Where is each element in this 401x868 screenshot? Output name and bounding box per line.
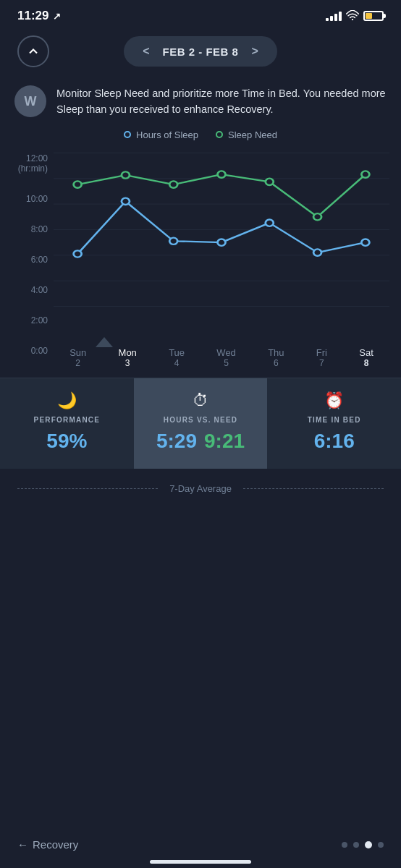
y-label-2: 2:00 — [12, 315, 54, 326]
svg-point-17 — [169, 238, 177, 244]
seven-day-section: 7-Day Average — [0, 469, 401, 509]
home-indicator — [150, 860, 251, 864]
divider-left — [17, 488, 158, 489]
need-legend-label: Sleep Need — [228, 129, 277, 140]
sleep-chart: Hours of Sleep Sleep Need 12:00 (hr:min)… — [0, 129, 401, 378]
svg-point-21 — [361, 239, 369, 245]
y-label-0: 0:00 — [12, 346, 54, 356]
legend-sleep: Hours of Sleep — [124, 129, 198, 140]
date-8: 8 — [364, 358, 369, 368]
svg-point-20 — [313, 249, 321, 255]
date-3: 3 — [125, 358, 130, 368]
recovery-back-link[interactable]: ← Recovery — [17, 838, 78, 851]
svg-point-0 — [352, 18, 353, 20]
svg-point-11 — [217, 171, 225, 177]
y-axis: 12:00 (hr:min) 10:00 8:00 6:00 4:00 2:00… — [12, 146, 54, 378]
x-label-fri: Fri 7 — [316, 347, 327, 368]
date-range-label: FEB 2 - FEB 8 — [163, 46, 239, 58]
bed-icon: ⏰ — [324, 391, 344, 410]
dot-3-active[interactable] — [365, 841, 372, 848]
time-in-bed-card[interactable]: ⏰ TIME IN BED 6:16 — [267, 378, 401, 469]
svg-point-10 — [169, 181, 177, 187]
x-label-tue: Tue 4 — [169, 347, 185, 368]
status-bar: 11:29 ↗ — [0, 0, 401, 29]
y-label-6: 6:00 — [12, 255, 54, 265]
recovery-label: Recovery — [33, 838, 78, 851]
hours-need: 9:21 — [204, 430, 245, 453]
x-label-wed: Wed 5 — [216, 347, 236, 368]
y-label-12: 12:00 (hr:min) — [12, 153, 54, 174]
bed-label: TIME IN BED — [308, 416, 361, 424]
legend-need: Sleep Need — [216, 129, 277, 140]
day-wed: Wed — [216, 347, 236, 358]
rec-text: Monitor Sleep Need and prioritize more T… — [56, 85, 387, 118]
day-thu: Thu — [268, 347, 284, 358]
sleep-legend-label: Hours of Sleep — [136, 129, 198, 140]
performance-card[interactable]: 🌙 PERFORMANCE 59% — [0, 378, 134, 469]
performance-icon: 🌙 — [57, 391, 77, 410]
bed-value: 6:16 — [314, 430, 355, 453]
metrics-cards: 🌙 PERFORMANCE 59% ⏱ HOURS VS. NEED 5:29 … — [0, 378, 401, 469]
y-label-4: 4:00 — [12, 285, 54, 295]
sleep-legend-dot — [124, 131, 131, 138]
svg-point-19 — [266, 219, 274, 226]
x-label-thu: Thu 6 — [268, 347, 284, 368]
chart-area: 12:00 (hr:min) 10:00 8:00 6:00 4:00 2:00… — [12, 146, 389, 378]
svg-point-15 — [74, 250, 82, 257]
date-2: 2 — [75, 358, 80, 368]
day-tue: Tue — [169, 347, 185, 358]
day-sat: Sat — [359, 347, 373, 358]
recommendation-card: W Monitor Sleep Need and prioritize more… — [14, 85, 387, 118]
svg-point-14 — [361, 171, 369, 177]
next-week-button[interactable]: > — [247, 43, 262, 59]
wifi-icon — [346, 10, 359, 22]
hours-values: 5:29 9:21 — [156, 430, 245, 453]
day-sun: Sun — [69, 347, 86, 358]
hours-slept: 5:29 — [156, 430, 197, 453]
seven-day-label: 7-Day Average — [158, 483, 243, 494]
svg-point-12 — [266, 179, 274, 185]
date-6: 6 — [274, 358, 279, 368]
battery-icon — [363, 11, 384, 21]
x-label-mon[interactable]: Mon 3 — [119, 347, 137, 368]
back-arrow: ← — [17, 838, 28, 851]
rec-avatar: W — [14, 85, 46, 117]
back-button[interactable] — [17, 35, 49, 67]
chart-svg: Sun 2 Mon 3 Tue 4 Wed 5 — [54, 146, 389, 378]
location-icon: ↗ — [53, 11, 61, 22]
svg-point-9 — [122, 171, 130, 178]
need-legend-dot — [216, 131, 223, 138]
hours-vs-need-card[interactable]: ⏱ HOURS VS. NEED 5:29 9:21 — [134, 378, 268, 469]
nav-bar: < FEB 2 - FEB 8 > — [0, 29, 401, 74]
date-5: 5 — [224, 358, 229, 368]
hours-label: HOURS VS. NEED — [164, 416, 237, 424]
svg-point-16 — [122, 198, 130, 205]
dot-2[interactable] — [353, 842, 359, 848]
day-mon: Mon — [119, 347, 137, 358]
day-fri: Fri — [316, 347, 327, 358]
status-time: 11:29 — [17, 9, 48, 23]
performance-label: PERFORMANCE — [34, 416, 101, 424]
chart-legend: Hours of Sleep Sleep Need — [12, 129, 389, 140]
dot-4[interactable] — [378, 842, 384, 848]
y-label-10: 10:00 — [12, 194, 54, 204]
performance-value: 59% — [46, 430, 87, 453]
hours-icon: ⏱ — [193, 391, 208, 410]
prev-week-button[interactable]: < — [138, 43, 153, 59]
divider-right — [243, 488, 384, 489]
status-icons — [326, 10, 384, 22]
x-label-sun: Sun 2 — [69, 347, 86, 368]
y-label-8: 8:00 — [12, 224, 54, 234]
date-4: 4 — [174, 358, 180, 368]
svg-point-13 — [313, 213, 321, 220]
dot-1[interactable] — [342, 842, 347, 848]
x-label-sat: Sat 8 — [359, 347, 373, 368]
date-7: 7 — [319, 358, 324, 368]
page-dots — [342, 841, 384, 848]
svg-point-18 — [217, 239, 225, 245]
x-axis: Sun 2 Mon 3 Tue 4 Wed 5 — [54, 347, 389, 368]
svg-point-8 — [74, 181, 82, 187]
date-range-selector[interactable]: < FEB 2 - FEB 8 > — [124, 36, 277, 67]
signal-bars-icon — [326, 12, 342, 21]
